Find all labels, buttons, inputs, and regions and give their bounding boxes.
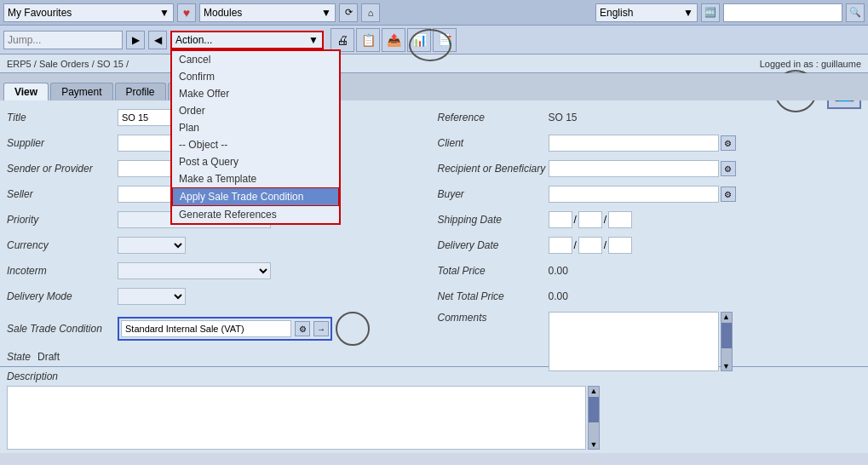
modules-dropdown[interactable]: Modules ▼ [199,3,336,22]
currency-row: Currency [7,235,431,255]
heart-button[interactable]: ♥ [177,3,196,22]
export-btn[interactable]: 📤 [382,28,405,52]
recipient-label: Recipient or Beneficiary [438,163,549,175]
breadcrumb: ERP5 / Sale Orders / SO 15 / [7,59,129,69]
oval-top-center [409,29,451,61]
net-total-value: 0.00 [549,290,568,302]
action-make-offer[interactable]: Make Offer [172,85,339,102]
comments-label: Comments [438,312,549,324]
description-scrollbar[interactable]: ▲ ▼ [588,386,600,450]
client-link-icon[interactable]: ⚙ [721,135,736,151]
recipient-input[interactable] [549,160,719,177]
currency-select[interactable] [118,237,186,254]
search-icon-btn[interactable]: 🔍 [846,3,865,22]
comments-input[interactable] [549,312,719,371]
delivery-year[interactable] [608,237,632,254]
action-post-query[interactable]: Post a Query [172,153,339,170]
reference-value: SO 15 [549,112,578,123]
title-label: Title [7,112,118,123]
stc-refresh-icon[interactable]: ⚙ [295,321,310,336]
action-confirm[interactable]: Confirm [172,68,339,85]
scrollbar-thumb [721,323,732,348]
right-panel: Reference SO 15 Client ⚙ Recipient or Be… [438,107,862,341]
action-dropdown[interactable]: Action... ▼ [170,31,324,49]
recipient-link-icon[interactable]: ⚙ [721,161,736,176]
delivery-day[interactable] [549,237,572,254]
description-label: Description [7,370,861,382]
back-btn[interactable]: ◀ [148,31,167,49]
action-menu: Cancel Confirm Make Offer Order Plan -- … [170,49,341,225]
jump-nav-btn[interactable]: ▶ [126,31,145,49]
state-value: Draft [37,351,60,363]
language-dropdown[interactable]: English ▼ [595,3,698,22]
shipping-date-label: Shipping Date [438,214,549,226]
tab-view[interactable]: View [3,83,49,100]
oval-stc [336,312,370,346]
heart-icon: ♥ [183,6,190,20]
incoterm-row: Incoterm [7,261,431,281]
stc-arrow-icon[interactable]: → [313,321,329,336]
buyer-link-icon[interactable]: ⚙ [721,187,736,202]
jump-input[interactable] [3,31,123,49]
action-order[interactable]: Order [172,102,339,119]
total-price-label: Total Price [438,265,549,277]
desc-scrollbar-thumb [589,397,599,422]
net-total-label: Net Total Price [438,290,549,302]
action-make-template[interactable]: Make a Template [172,170,339,187]
date-sep1: / [574,214,577,226]
comments-row: Comments ▲ ▼ [438,312,862,371]
search-input[interactable] [723,3,842,22]
spell-check-icon-btn[interactable]: 🔤 [701,3,720,22]
description-input[interactable] [7,386,586,450]
delivery-date-label: Delivery Date [438,239,549,251]
main-content: Title Supplier Sender or Provider Seller… [0,100,868,347]
logged-in-label: Logged in as : guillaume [760,59,861,69]
total-price-value: 0.00 [549,265,568,277]
stc-label: Sale Trade Condition [7,323,118,335]
client-input[interactable] [549,135,719,152]
print-btn[interactable]: 🖨 [331,28,354,52]
favourites-arrow-icon: ▼ [159,7,170,19]
action-plan[interactable]: Plan [172,119,339,136]
client-label: Client [438,137,549,149]
priority-label: Priority [7,214,118,226]
tab-profile[interactable]: Profile [115,83,166,100]
language-arrow-icon: ▼ [683,7,693,19]
buyer-row: Buyer ⚙ [438,184,862,204]
favourites-dropdown[interactable]: My Favourites ▼ [3,3,174,22]
favourites-label: My Favourites [8,7,72,19]
shipping-date-group: / / [549,211,633,228]
shipping-year[interactable] [608,211,632,228]
action-arrow-icon: ▼ [308,34,319,46]
copy-btn[interactable]: 📋 [356,28,380,52]
tab-payment[interactable]: Payment [50,83,112,100]
date-sep4: / [604,239,606,251]
action-cancel[interactable]: Cancel [172,51,339,68]
stc-input[interactable] [121,320,291,337]
delivery-date-row: Delivery Date / / [438,235,862,255]
second-bar: ▶ ◀ Action... ▼ Cancel Confirm Make Offe… [0,26,868,55]
supplier-label: Supplier [7,137,118,149]
currency-label: Currency [7,239,118,251]
shipping-day[interactable] [549,211,572,228]
incoterm-select[interactable] [118,262,271,279]
action-gen-refs[interactable]: Generate References [172,206,339,223]
action-dropdown-container: Action... ▼ Cancel Confirm Make Offer Or… [170,31,324,49]
buyer-input[interactable] [549,186,719,203]
delivery-month[interactable] [578,237,602,254]
nav-icon-btn[interactable]: ⟳ [339,3,358,22]
language-label: English [600,7,633,19]
buyer-label: Buyer [438,188,549,200]
stc-row: Sale Trade Condition ⚙ → [7,312,431,346]
action-label: Action... [175,34,212,46]
delivery-mode-select[interactable] [118,288,186,305]
shipping-month[interactable] [578,211,602,228]
home-icon-btn[interactable]: ⌂ [361,3,380,22]
sender-label: Sender or Provider [7,163,118,175]
action-apply-stc[interactable]: Apply Sale Trade Condition [172,187,339,206]
comments-scrollbar[interactable]: ▲ ▼ [721,312,733,371]
incoterm-label: Incoterm [7,265,118,277]
modules-label: Modules [204,7,242,19]
reference-label: Reference [438,112,549,123]
date-sep3: / [574,239,577,251]
